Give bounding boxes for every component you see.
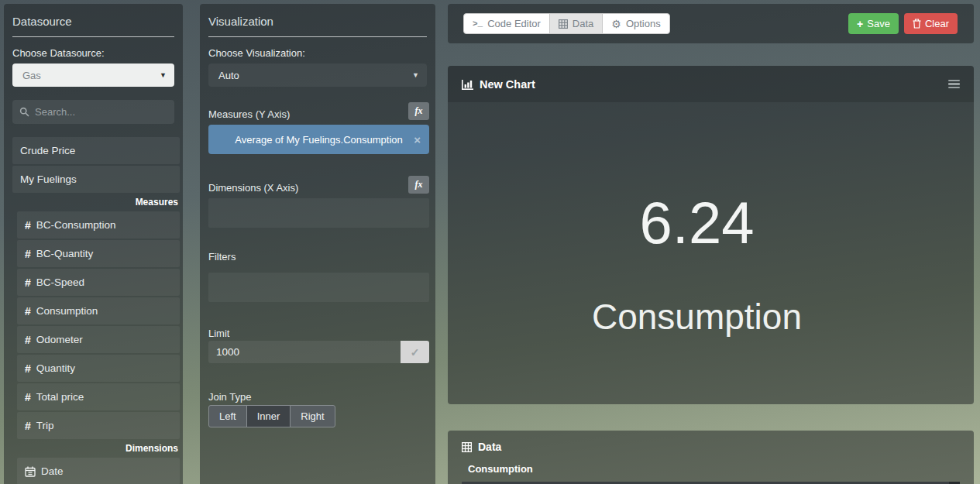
choose-visualization-label: Choose Visualization: [208, 47, 427, 59]
table-item-my-fuelings[interactable]: My Fuelings [12, 166, 180, 193]
gear-icon: ⚙ [611, 19, 621, 29]
search-box [12, 100, 174, 124]
visualization-panel-title: Visualization [208, 15, 427, 37]
chart-title: New Chart [480, 78, 535, 91]
measure-item-label: BC-Speed [36, 276, 84, 288]
tab-label: Options [626, 18, 661, 29]
datasource-panel: Datasource Choose Datasource: Gas ▼ Crud… [4, 4, 183, 484]
data-panel: Data Consumption [448, 431, 974, 484]
menu-icon[interactable] [948, 80, 960, 89]
kpi-value: 6.24 [640, 194, 755, 252]
datasource-select-value: Gas [22, 70, 41, 81]
action-button-group: + Save Clear [848, 13, 958, 34]
toolbar-panel: >_ Code Editor Data ⚙ Options + Save [448, 4, 974, 43]
join-right-button[interactable]: Right [290, 405, 335, 427]
measure-item-bc-consumption[interactable]: # BC-Consumption [17, 211, 180, 239]
table-item-label: My Fuelings [20, 173, 77, 185]
hash-icon: # [25, 305, 31, 318]
clear-button-label: Clear [925, 18, 949, 29]
chevron-down-icon: ▼ [412, 71, 419, 79]
data-panel-header: Data [462, 441, 960, 453]
measures-fx-button[interactable]: fx [408, 102, 429, 120]
hash-icon: # [25, 362, 31, 375]
tab-code-editor[interactable]: >_ Code Editor [463, 13, 550, 34]
measures-axis-label: Measures (Y Axis) [208, 108, 290, 120]
join-inner-button[interactable]: Inner [246, 405, 291, 427]
dimension-item-date[interactable]: Date [17, 458, 180, 484]
hash-icon: # [25, 391, 31, 403]
dimensions-axis-label: Dimensions (X Axis) [208, 182, 298, 194]
data-panel-title: Data [478, 441, 501, 453]
chart-panel: New Chart 6.24 Consumption [448, 66, 974, 404]
measure-item-bc-speed[interactable]: # BC-Speed [17, 269, 180, 296]
measure-item-label: Odometer [36, 334, 83, 345]
measure-item-total-price[interactable]: # Total price [17, 383, 180, 410]
table-icon [559, 19, 568, 29]
filters-label: Filters [208, 251, 427, 263]
tab-options[interactable]: ⚙ Options [602, 13, 669, 34]
filters-dropzone[interactable] [208, 273, 429, 302]
limit-apply-button[interactable]: ✓ [401, 341, 429, 363]
measure-item-label: BC-Quantity [36, 248, 94, 259]
join-type-group: Left Inner Right [208, 405, 335, 427]
visualization-select[interactable]: Auto ▼ [208, 64, 427, 87]
chip-close-icon[interactable]: × [414, 134, 421, 146]
hash-icon: # [25, 248, 31, 260]
data-column-header: Consumption [468, 463, 960, 475]
bar-chart-icon [462, 79, 473, 90]
datasource-list: Crude Price My Fuelings Measures # BC-Co… [4, 137, 183, 484]
measure-item-label: BC-Consumption [36, 219, 116, 231]
terminal-icon: >_ [473, 19, 483, 29]
measure-item-bc-quantity[interactable]: # BC-Quantity [17, 240, 180, 267]
dimensions-dropzone[interactable] [208, 198, 429, 228]
chart-header: New Chart [448, 66, 974, 102]
save-button-label: Save [867, 18, 890, 29]
hash-icon: # [25, 219, 31, 232]
measure-chip[interactable]: Average of My Fuelings.Consumption × [208, 125, 429, 154]
measures-axis-row: Measures (Y Axis) fx [208, 102, 429, 120]
measures-section-label: Measures [4, 194, 183, 211]
tab-data[interactable]: Data [549, 13, 603, 34]
measure-item-consumption[interactable]: # Consumption [17, 297, 180, 324]
save-button[interactable]: + Save [848, 13, 899, 34]
check-icon: ✓ [411, 346, 420, 359]
limit-label: Limit [208, 328, 427, 339]
view-tab-group: >_ Code Editor Data ⚙ Options [463, 13, 670, 34]
measure-item-label: Total price [36, 391, 84, 403]
hash-icon: # [25, 276, 31, 289]
dimensions-fx-button[interactable]: fx [408, 176, 429, 194]
datasource-panel-title: Datasource [12, 15, 174, 37]
tab-label: Code Editor [487, 18, 541, 29]
search-input[interactable] [35, 106, 171, 118]
calendar-icon [25, 466, 36, 477]
kpi-label: Consumption [592, 297, 802, 337]
hash-icon: # [25, 334, 31, 346]
measure-item-odometer[interactable]: # Odometer [17, 326, 180, 353]
datasource-select[interactable]: Gas ▼ [12, 64, 174, 87]
dimensions-section-label: Dimensions [4, 441, 183, 458]
limit-input[interactable] [208, 341, 401, 363]
limit-row: ✓ [208, 341, 429, 363]
measure-item-quantity[interactable]: # Quantity [17, 355, 180, 382]
dimensions-axis-row: Dimensions (X Axis) fx [208, 176, 429, 194]
join-left-button[interactable]: Left [208, 405, 247, 427]
measure-item-label: Quantity [36, 362, 75, 374]
measure-chip-label: Average of My Fuelings.Consumption [235, 134, 403, 146]
plus-icon: + [857, 19, 863, 29]
table-item-crude-price[interactable]: Crude Price [12, 137, 180, 164]
choose-datasource-label: Choose Datasource: [12, 47, 174, 59]
table-item-label: Crude Price [20, 145, 75, 156]
hash-icon: # [25, 420, 31, 432]
tab-label: Data [573, 18, 593, 29]
visualization-select-value: Auto [218, 70, 239, 81]
clear-button[interactable]: Clear [904, 13, 958, 34]
dimension-item-label: Date [41, 465, 64, 477]
join-type-label: Join Type [208, 391, 427, 403]
measure-item-label: Trip [36, 420, 54, 431]
search-icon [19, 107, 29, 117]
chart-body: 6.24 Consumption [448, 102, 974, 404]
measure-item-label: Consumption [36, 305, 98, 317]
visualization-panel: Visualization Choose Visualization: Auto… [200, 4, 435, 484]
trash-icon [913, 19, 921, 29]
measure-item-trip[interactable]: # Trip [17, 412, 180, 439]
